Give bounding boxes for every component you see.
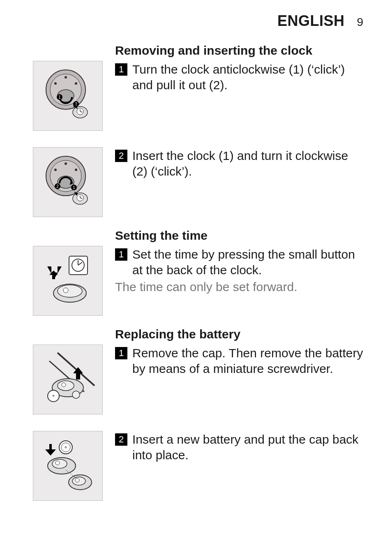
step-text: Insert the clock (1) and turn it clockwi…	[132, 148, 363, 179]
svg-point-19	[54, 169, 57, 171]
svg-point-59	[75, 478, 79, 482]
setting-note: The time can only be set forward.	[115, 279, 363, 295]
step-replacing-2: 2 Insert a new battery and put the cap b…	[115, 432, 363, 463]
svg-point-18	[65, 162, 67, 165]
step-row-replacing-1: + 1 Remove the cap. Then remove the batt…	[21, 345, 363, 414]
step-text: Set the time by pressing the small butto…	[132, 247, 363, 278]
svg-point-3	[54, 82, 57, 85]
svg-point-2	[65, 76, 67, 79]
figure-column: +	[21, 431, 115, 501]
section-replacing-heading-wrap: Replacing the battery	[115, 327, 363, 341]
svg-point-45	[62, 383, 66, 387]
text-column: 1 Set the time by pressing the small but…	[115, 246, 363, 295]
svg-text:1: 1	[73, 185, 75, 190]
svg-text:2: 2	[56, 184, 59, 189]
set-time-illustration-icon	[37, 250, 99, 312]
text-column: 2 Insert the clock (1) and turn it clock…	[115, 147, 363, 180]
text-column: 2 Insert a new battery and put the cap b…	[115, 431, 363, 464]
figure-battery-insert: +	[33, 431, 103, 501]
svg-text:+: +	[64, 444, 67, 450]
svg-point-39	[63, 288, 68, 293]
manual-page: ENGLISH 9 Removing and inserting the clo…	[0, 0, 392, 553]
step-number-box: 1	[115, 248, 127, 261]
language-label: ENGLISH	[277, 12, 345, 30]
step-text: Turn the clock anticlockwise (1) (‘click…	[132, 62, 363, 93]
step-number-box: 1	[115, 347, 127, 359]
step-setting-1: 1 Set the time by pressing the small but…	[115, 247, 363, 278]
figure-set-time	[33, 246, 103, 316]
section-title-replacing: Replacing the battery	[115, 327, 363, 341]
step-number-box: 1	[115, 63, 127, 76]
step-row-removing-2: 2 1 2 Insert the clock (1) and turn it c…	[21, 147, 363, 217]
step-number-box: 2	[115, 150, 127, 162]
page-header: ENGLISH 9	[21, 12, 363, 30]
section-title-removing: Removing and inserting the clock	[115, 44, 363, 58]
figure-clock-remove: 1 2	[33, 61, 103, 131]
step-row-replacing-2: + 2 Insert a new battery and put the cap…	[21, 431, 363, 501]
step-text: Remove the cap. Then remove the battery …	[132, 345, 363, 376]
step-removing-1: 1 Turn the clock anticlockwise (1) (‘cli…	[115, 62, 363, 93]
svg-point-4	[75, 82, 77, 85]
figure-clock-insert: 2 1	[33, 147, 103, 217]
svg-text:1: 1	[58, 95, 61, 99]
battery-insert-illustration-icon: +	[37, 435, 99, 497]
svg-point-48	[72, 391, 80, 398]
clock-insert-illustration-icon: 2 1	[37, 151, 99, 213]
battery-remove-illustration-icon: +	[37, 349, 99, 410]
figure-column: +	[21, 345, 115, 414]
figure-column: 2 1	[21, 147, 115, 217]
section-title-setting: Setting the time	[115, 229, 363, 243]
figure-column	[21, 246, 115, 316]
step-removing-2: 2 Insert the clock (1) and turn it clock…	[115, 148, 363, 179]
figure-column: 1 2	[21, 61, 115, 131]
step-replacing-1: 1 Remove the cap. Then remove the batter…	[115, 345, 363, 376]
section-removing-heading-wrap: Removing and inserting the clock	[115, 44, 363, 58]
clock-remove-illustration-icon: 1 2	[37, 65, 99, 127]
svg-point-20	[75, 169, 77, 171]
text-column: 1 Remove the cap. Then remove the batter…	[115, 345, 363, 378]
svg-point-38	[58, 285, 82, 297]
svg-marker-53	[45, 444, 56, 456]
step-number-box: 2	[115, 433, 127, 446]
section-setting-heading-wrap: Setting the time	[115, 229, 363, 243]
svg-point-56	[55, 461, 60, 465]
step-row-removing-1: 1 2 1 Turn the clock anticlockwise (1) (…	[21, 61, 363, 131]
step-row-setting-1: 1 Set the time by pressing the small but…	[21, 246, 363, 316]
text-column: 1 Turn the clock anticlockwise (1) (‘cli…	[115, 61, 363, 94]
step-text: Insert a new battery and put the cap bac…	[132, 432, 363, 463]
svg-text:+: +	[52, 393, 55, 399]
page-number: 9	[357, 16, 363, 29]
figure-battery-remove: +	[33, 345, 103, 414]
